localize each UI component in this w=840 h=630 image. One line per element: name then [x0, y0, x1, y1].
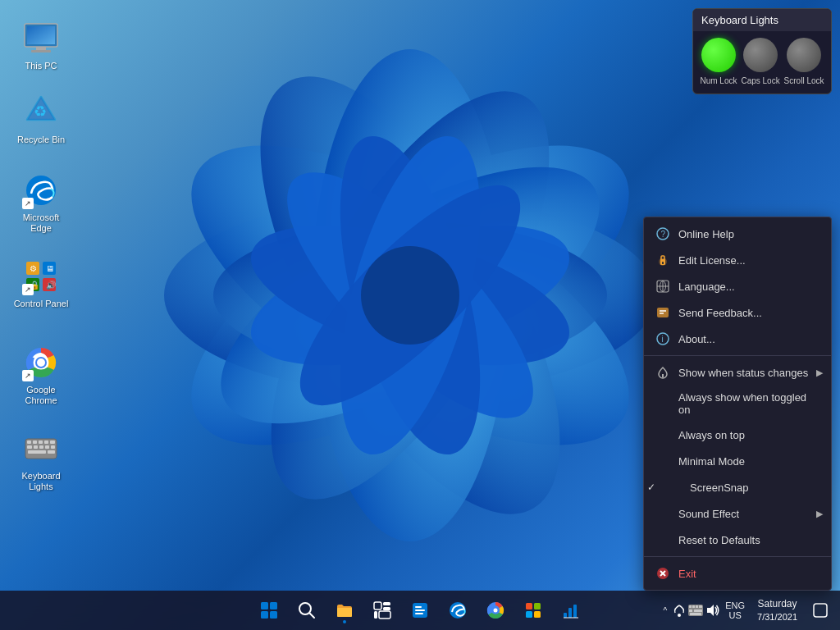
this-pc-icon[interactable]: This PC: [8, 16, 74, 75]
menu-item-online-help[interactable]: ? Online Help: [644, 221, 831, 247]
svg-rect-83: [415, 613, 423, 614]
svg-point-35: [37, 358, 45, 367]
store-button[interactable]: [515, 592, 551, 628]
svg-line-73: [310, 614, 315, 619]
menu-item-minimal-mode[interactable]: Minimal Mode: [644, 448, 831, 474]
menu-item-always-top[interactable]: Always on top: [644, 422, 831, 448]
language-icon: [655, 279, 670, 294]
about-icon: i: [655, 331, 670, 346]
menu-item-show-status-label: Show when status changes: [678, 367, 808, 379]
widgets-button[interactable]: [364, 592, 400, 628]
chrome-icon[interactable]: ↗ Google Chrome: [8, 340, 74, 409]
online-help-icon: ?: [655, 226, 670, 241]
sound-effect-arrow: ▶: [816, 509, 823, 519]
svg-text:?: ?: [661, 230, 666, 239]
edge-taskbar-button[interactable]: [440, 592, 476, 628]
menu-item-screensnap-label: ScreenSnap: [690, 482, 749, 494]
menu-item-edit-license-label: Edit License...: [678, 254, 746, 267]
scroll-lock-indicator: Scroll Lock: [784, 38, 824, 85]
svg-rect-93: [568, 608, 572, 618]
menu-item-exit[interactable]: Exit: [644, 560, 831, 587]
svg-rect-46: [51, 445, 55, 449]
num-lock-indicator: Num Lock: [700, 38, 737, 85]
scroll-lock-circle: [787, 38, 821, 72]
menu-item-screensnap[interactable]: ✓ ScreenSnap: [644, 474, 831, 500]
search-button[interactable]: [289, 592, 325, 628]
svg-text:⚙: ⚙: [30, 264, 37, 273]
svg-rect-54: [662, 262, 664, 264]
start-button[interactable]: [251, 592, 287, 628]
volume-icon[interactable]: [705, 603, 719, 618]
svg-rect-40: [44, 441, 48, 444]
always-top-icon: [655, 427, 670, 442]
menu-item-sound-effect-label: Sound Effect: [678, 508, 739, 520]
svg-rect-18: [36, 47, 46, 50]
this-pc-label: This PC: [25, 61, 57, 71]
svg-rect-68: [261, 602, 268, 609]
svg-text:🖥: 🖥: [46, 264, 54, 273]
svg-rect-105: [814, 604, 827, 617]
svg-rect-94: [573, 605, 577, 618]
svg-rect-101: [699, 605, 702, 608]
edge-icon[interactable]: ↗ Microsoft Edge: [8, 168, 74, 237]
svg-rect-77: [383, 607, 390, 610]
svg-rect-41: [50, 441, 55, 444]
svg-rect-59: [657, 308, 669, 317]
svg-rect-37: [27, 441, 31, 444]
svg-text:i: i: [662, 335, 664, 344]
menu-item-sound-effect[interactable]: Sound Effect ▶: [644, 500, 831, 527]
menu-item-show-status[interactable]: Show when status changes ▶: [644, 359, 831, 386]
svg-rect-39: [39, 441, 43, 444]
menu-item-send-feedback-label: Send Feedback...: [678, 307, 762, 319]
screensnap-icon: [667, 480, 682, 495]
svg-rect-43: [34, 445, 38, 449]
menu-item-language[interactable]: Language...: [644, 273, 831, 299]
menu-divider-2: [644, 556, 831, 557]
menu-item-edit-license[interactable]: Edit License...: [644, 247, 831, 273]
clock[interactable]: Saturday 7/31/2021: [751, 596, 804, 625]
file-explorer-button[interactable]: [326, 592, 363, 628]
svg-rect-91: [534, 611, 541, 618]
svg-rect-98: [689, 605, 692, 608]
kl-body: Num Lock Caps Lock Scroll Lock: [693, 31, 831, 94]
svg-text:🔊: 🔊: [46, 280, 57, 290]
menu-item-about[interactable]: i About...: [644, 326, 831, 352]
tray-chevron[interactable]: ^: [660, 605, 671, 617]
notification-button[interactable]: [806, 592, 835, 628]
kl-tray-icon[interactable]: [688, 603, 703, 618]
svg-rect-70: [261, 611, 268, 619]
svg-rect-48: [48, 450, 55, 454]
context-menu: ? Online Help Edit License... Language..…: [643, 217, 832, 591]
svg-rect-45: [45, 445, 49, 449]
num-lock-label: Num Lock: [700, 76, 737, 85]
menu-item-always-show[interactable]: Always show when toggled on: [644, 386, 831, 422]
svg-rect-89: [534, 603, 541, 609]
chrome-taskbar-button[interactable]: [477, 592, 514, 628]
svg-rect-71: [270, 611, 277, 619]
svg-rect-69: [270, 602, 277, 609]
svg-rect-78: [374, 611, 377, 619]
charts-button[interactable]: [553, 592, 589, 628]
keyboard-lights-widget: Keyboard Lights Num Lock Caps Lock Scrol…: [692, 8, 832, 94]
svg-rect-92: [564, 613, 567, 618]
screensnap-check: ✓: [647, 482, 655, 493]
scroll-lock-label: Scroll Lock: [784, 76, 824, 85]
network-icon[interactable]: [672, 603, 687, 618]
show-status-icon: [655, 365, 670, 380]
menu-divider-1: [644, 355, 831, 356]
sound-effect-icon: [655, 506, 670, 521]
recycle-bin-icon[interactable]: ♻ Recycle Bin: [8, 90, 74, 148]
language-indicator[interactable]: ENGUS: [721, 599, 749, 622]
menu-item-send-feedback[interactable]: Send Feedback...: [644, 299, 831, 326]
svg-rect-75: [374, 602, 381, 609]
recycle-bin-label: Recycle Bin: [17, 135, 65, 145]
this-pc-image: [22, 20, 60, 57]
caps-lock-indicator: Caps Lock: [741, 38, 779, 85]
control-panel-icon[interactable]: ↗ ⚙ 🖥 🔒 🔊 Control Panel: [8, 254, 74, 313]
svg-rect-104: [690, 613, 701, 615]
files-button[interactable]: [402, 592, 438, 628]
language-text: ENGUS: [725, 600, 745, 620]
keyboard-lights-desktop-icon[interactable]: KeyboardLights: [8, 427, 74, 495]
menu-item-reset-defaults[interactable]: Reset to Defaults: [644, 527, 831, 553]
kl-title-bar[interactable]: Keyboard Lights: [693, 9, 831, 31]
